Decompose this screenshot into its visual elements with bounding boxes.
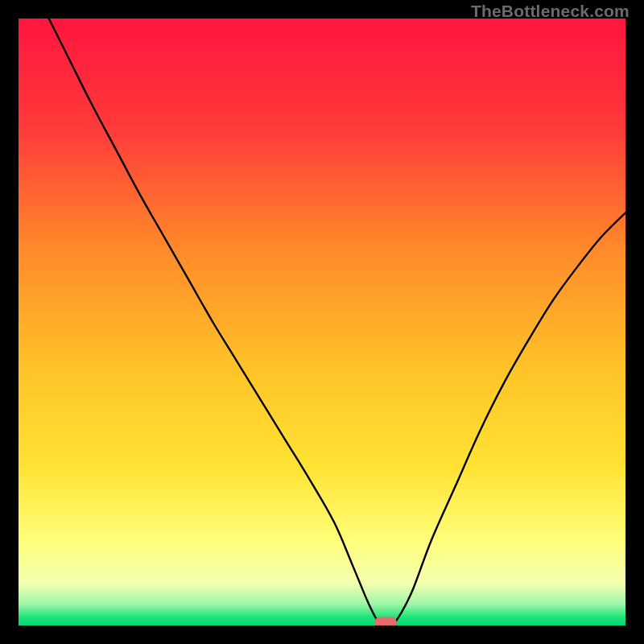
plot-area (19, 19, 625, 625)
optimal-point-marker (375, 617, 397, 625)
chart-stage: TheBottleneck.com (0, 0, 644, 644)
gradient-background (19, 19, 625, 625)
chart-svg (19, 19, 625, 625)
